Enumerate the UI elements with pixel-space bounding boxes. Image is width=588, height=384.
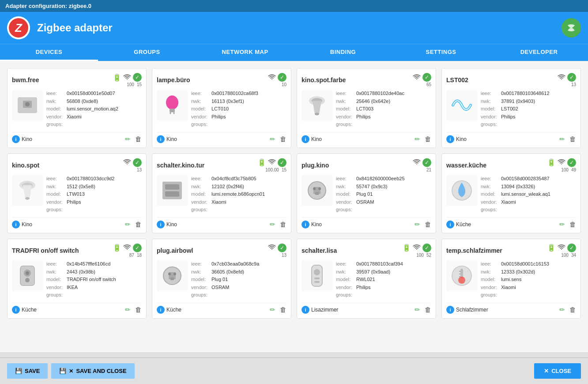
info-badge[interactable]: i (446, 306, 454, 314)
edit-button[interactable]: ✏ (415, 306, 420, 314)
delete-button[interactable]: 🗑 (569, 135, 576, 143)
device-card: kino.spot.farbe ✓ 65 ieee (297, 68, 436, 148)
group-name: Küche (166, 307, 181, 313)
device-info: ieee:0x00158d0001e50d07 nwk:56808 (0xde8… (46, 90, 118, 129)
card-icons: ✓ (413, 158, 431, 167)
svg-rect-4 (170, 109, 175, 112)
delete-button[interactable]: 🗑 (280, 135, 286, 143)
device-card: TRADFRI on/off switch 🔋 ✓ 87 18 (7, 239, 147, 319)
battery-icon: 🔋 (113, 243, 121, 252)
card-footer: i Küche ✏ 🗑 (12, 303, 142, 314)
tab-settings[interactable]: SETTINGS (392, 44, 490, 61)
edit-button[interactable]: ✏ (559, 135, 565, 143)
info-badge[interactable]: i (157, 306, 165, 314)
device-grid: bwm.free 🔋 ✓ 100 15 ieee:0 (0, 61, 588, 352)
title-bar: Adapter configuration: zigbee.0 (0, 0, 588, 12)
edit-button[interactable]: ✏ (559, 306, 565, 314)
tab-network-map[interactable]: NETWORK MAP (196, 44, 294, 61)
tab-devices[interactable]: DEVICES (0, 44, 98, 61)
card-actions: ✏ 🗑 (559, 306, 576, 314)
info-badge[interactable]: i (157, 221, 165, 228)
card-actions: ✏ 🗑 (415, 306, 431, 314)
card-icons: 🔋 ✓ (257, 158, 286, 167)
device-name: wasser.küche (446, 162, 486, 169)
edit-button[interactable]: ✏ (270, 306, 275, 314)
delete-button[interactable]: 🗑 (569, 221, 576, 228)
svg-point-3 (166, 95, 178, 110)
card-actions: ✏ 🗑 (415, 135, 431, 143)
delete-button[interactable]: 🗑 (135, 306, 142, 314)
device-info: ieee:0x14b457fffe6106cd nwk:2443 (0x98b)… (46, 260, 116, 299)
tab-developer[interactable]: DEVELOPER (490, 44, 588, 61)
delete-button[interactable]: 🗑 (135, 221, 142, 228)
edit-button[interactable]: ✏ (125, 221, 131, 228)
card-actions: ✏ 🗑 (270, 221, 286, 228)
edit-button[interactable]: ✏ (415, 135, 420, 143)
card-body: ieee:0x0017880103caf394 nwk:39597 (0x9aa… (302, 260, 431, 299)
card-footer: i Kino ✏ 🗑 (12, 217, 142, 228)
card-footer: i Kino ✏ 🗑 (446, 132, 576, 143)
info-badge[interactable]: i (12, 221, 20, 228)
card-header: plug.kino ✓ 21 (302, 158, 431, 172)
card-header: LST002 ✓ 13 (446, 73, 576, 87)
info-badge[interactable]: i (157, 135, 165, 143)
device-card: plug.kino ✓ 21 ieee:0x841 (297, 153, 436, 233)
close-button[interactable]: ✕ CLOSE (534, 363, 581, 379)
device-card: temp.schlafzimmer 🔋 ✓ 100 34 (441, 239, 581, 319)
logo: Z (7, 16, 30, 39)
tab-groups[interactable]: GROUPS (98, 44, 196, 61)
delete-button[interactable]: 🗑 (135, 135, 142, 143)
save-close-button[interactable]: 💾 ✕ SAVE AND CLOSE (51, 363, 134, 379)
info-badge[interactable]: i (302, 221, 309, 228)
delete-button[interactable]: 🗑 (569, 306, 576, 314)
device-card: lampe.büro ✓ 10 ieee:0x00 (152, 68, 291, 148)
delete-button[interactable]: 🗑 (280, 221, 286, 228)
info-badge[interactable]: i (12, 135, 20, 143)
delete-button[interactable]: 🗑 (280, 306, 286, 314)
device-info: ieee:0x0017880103dcc9d2 nwk:1512 (0x5e8)… (46, 175, 114, 214)
info-badge[interactable]: i (302, 306, 309, 314)
device-name: kino.spot (12, 162, 39, 169)
edit-button[interactable]: ✏ (559, 221, 565, 228)
edit-button[interactable]: ✏ (125, 306, 131, 314)
svg-rect-33 (312, 265, 322, 286)
device-image (12, 90, 43, 121)
save-button[interactable]: 💾 SAVE (7, 363, 48, 379)
tab-binding[interactable]: BINDING (294, 44, 392, 61)
card-footer: i Kino ✏ 🗑 (302, 217, 431, 228)
card-header: plug.airbowl ✓ 13 (157, 243, 286, 258)
card-actions: ✏ 🗑 (559, 135, 576, 143)
battery-icon: 🔋 (547, 243, 556, 252)
delete-button[interactable]: 🗑 (425, 306, 431, 314)
info-badge[interactable]: i (446, 221, 454, 228)
card-header: bwm.free 🔋 ✓ 100 15 (12, 73, 142, 87)
svg-point-26 (26, 271, 29, 275)
edit-button[interactable]: ✏ (415, 221, 420, 228)
card-icons: 🔋 ✓ (113, 73, 142, 82)
card-header: temp.schlafzimmer 🔋 ✓ 100 34 (446, 243, 576, 258)
delete-button[interactable]: 🗑 (425, 135, 431, 143)
card-body: ieee:0x00158d0002835487 nwk:13094 (0x332… (446, 175, 576, 214)
card-actions: ✏ 🗑 (125, 221, 142, 228)
online-check-icon: ✓ (422, 243, 431, 252)
info-badge[interactable]: i (302, 135, 309, 143)
device-name: plug.airbowl (157, 247, 193, 254)
device-info: ieee:0x00158d0002835487 nwk:13094 (0x332… (481, 175, 550, 214)
edit-button[interactable]: ✏ (270, 221, 275, 228)
delete-button[interactable]: 🗑 (425, 221, 431, 228)
wifi-icon (268, 159, 276, 166)
card-actions: ✏ 🗑 (559, 221, 576, 228)
device-name: temp.schlafzimmer (446, 247, 502, 254)
edit-button[interactable]: ✏ (270, 135, 275, 143)
device-info: ieee:0x0017880102de40ac nwk:25646 (0x642… (336, 90, 404, 129)
card-body: ieee:0x0017880102ca68f3 nwk:16113 (0x3ef… (157, 90, 286, 129)
card-icons: ✓ (268, 243, 286, 252)
info-badge[interactable]: i (12, 306, 20, 314)
svg-point-21 (318, 187, 321, 190)
card-icons: 🔋 ✓ (547, 158, 576, 167)
info-badge[interactable]: i (446, 135, 454, 143)
svg-rect-35 (314, 278, 320, 279)
online-check-icon: ✓ (422, 158, 431, 167)
device-card: bwm.free 🔋 ✓ 100 15 ieee:0 (7, 68, 147, 148)
edit-button[interactable]: ✏ (125, 135, 131, 143)
